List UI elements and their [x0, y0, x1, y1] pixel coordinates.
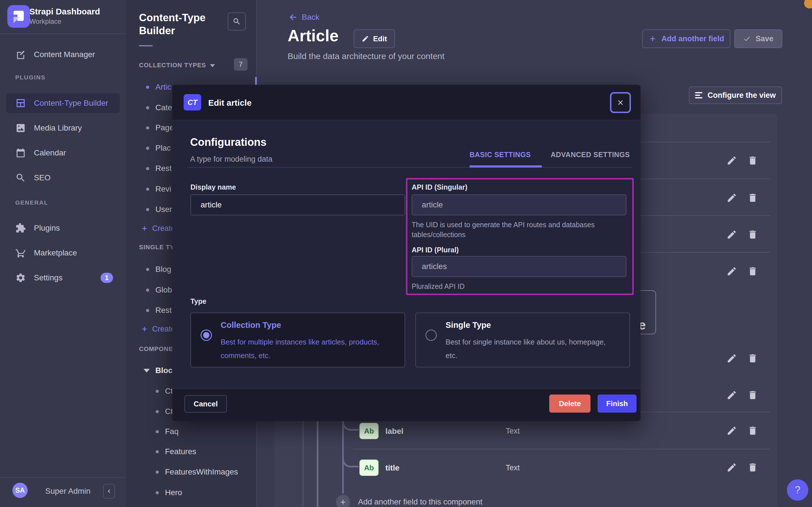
collection-type-card[interactable]: Collection Type Best for multiple instan…: [190, 313, 405, 368]
edit-button[interactable]: Edit: [354, 30, 395, 48]
help-button[interactable]: ?: [787, 479, 808, 501]
edit-field-button[interactable]: [726, 389, 737, 401]
configurations-heading: Configurations: [190, 136, 266, 148]
bullet-icon: [146, 86, 149, 89]
pencil-icon: [727, 353, 737, 364]
field-type: Text: [506, 463, 520, 472]
edit-field-button[interactable]: [726, 462, 737, 473]
back-link[interactable]: Back: [288, 12, 319, 22]
sidebar-item-seo[interactable]: SEO: [0, 168, 126, 188]
finish-button[interactable]: Finish: [598, 395, 636, 413]
strapi-logo[interactable]: [7, 5, 30, 28]
bullet-icon: [146, 289, 149, 292]
configure-view-button[interactable]: Configure the view: [689, 87, 782, 104]
collection-type-title: Collection Type: [221, 321, 281, 330]
bullet-icon: [156, 410, 159, 413]
workspace-subtitle: Workplace: [29, 17, 61, 25]
search-icon: [15, 172, 26, 183]
tab-advanced-settings[interactable]: ADVANCED SETTINGS: [551, 151, 630, 159]
edit-field-button[interactable]: [726, 353, 737, 364]
api-id-singular-help: The UID is used to generate the API rout…: [412, 220, 618, 240]
trash-icon: [747, 462, 758, 473]
row-actions: [726, 266, 758, 277]
row-actions: [726, 462, 758, 473]
single-types-header[interactable]: SINGLE TY: [139, 244, 174, 251]
single-type-card[interactable]: Single Type Best for single instance lik…: [415, 313, 630, 368]
pencil-icon: [727, 462, 737, 473]
page-subtitle: Build the data architecture of your cont…: [288, 51, 444, 61]
delete-field-button[interactable]: [747, 192, 758, 204]
main-sidebar: Strapi Dashboard Workplace Content Manag…: [0, 0, 126, 507]
sidebar-item-plugins[interactable]: Plugins: [0, 218, 126, 238]
delete-field-button[interactable]: [747, 389, 758, 401]
sidebar-item-content-manager[interactable]: Content Manager: [0, 45, 126, 64]
sidebar-section-plugins: PLUGINS: [15, 74, 46, 81]
edit-field-button[interactable]: [726, 425, 737, 436]
add-component-field-label[interactable]: Add another field to this component: [358, 497, 483, 506]
bullet-icon: [156, 450, 159, 453]
search-button[interactable]: [228, 12, 246, 31]
collection-type-description: Best for multiple instances like article…: [221, 335, 384, 362]
compose-icon: [15, 49, 26, 60]
bullet-icon: [146, 188, 149, 191]
field-name: title: [385, 463, 399, 472]
bullet-icon: [156, 430, 159, 433]
edit-field-button[interactable]: [726, 155, 737, 166]
check-icon: [743, 35, 751, 43]
trash-icon: [747, 192, 758, 203]
field-name: label: [385, 427, 403, 436]
delete-button[interactable]: Delete: [549, 395, 590, 413]
component-item[interactable]: Hero: [126, 483, 257, 503]
tab-basic-settings[interactable]: BASIC SETTINGS: [470, 151, 531, 159]
sidebar-item-settings[interactable]: Settings 1: [0, 268, 126, 288]
sidebar-item-media-library[interactable]: Media Library: [0, 118, 126, 138]
api-id-plural-help: Pluralized API ID: [412, 281, 465, 291]
add-component-field-button[interactable]: +: [336, 495, 350, 507]
delete-field-button[interactable]: [747, 155, 758, 166]
settings-notification-badge: 1: [101, 273, 113, 283]
components-header[interactable]: COMPONE: [139, 345, 173, 353]
sidebar-item-calendar[interactable]: Calendar: [0, 143, 126, 163]
api-id-singular-input[interactable]: [412, 194, 626, 215]
add-another-field-button[interactable]: Add another field: [642, 30, 730, 48]
chevron-down-icon: [210, 64, 215, 67]
modal-title: Edit article: [208, 98, 251, 108]
puzzle-icon: [15, 223, 26, 233]
bullet-icon: [146, 309, 149, 312]
radio-unselected-icon[interactable]: [426, 330, 437, 341]
edit-field-button[interactable]: [726, 266, 737, 277]
pencil-icon: [727, 266, 737, 277]
row-actions: [726, 192, 758, 204]
field-type: Text: [506, 427, 520, 436]
collapse-sidebar-button[interactable]: [103, 484, 115, 499]
delete-field-button[interactable]: [747, 353, 758, 364]
save-button[interactable]: Save: [734, 30, 782, 48]
chevron-left-icon: [105, 488, 113, 495]
row-actions: [726, 353, 758, 364]
delete-field-button[interactable]: [747, 425, 758, 436]
bullet-icon: [156, 390, 159, 393]
component-item[interactable]: FeaturesWithImages: [126, 462, 257, 482]
modal-footer: Cancel Delete Finish: [172, 388, 640, 421]
delete-field-button[interactable]: [747, 266, 758, 277]
avatar[interactable]: SA: [12, 483, 28, 498]
sidebar-item-content-type-builder[interactable]: Content-Type Builder: [6, 93, 120, 113]
edit-field-button[interactable]: [726, 192, 737, 204]
sidebar-item-marketplace[interactable]: Marketplace: [0, 243, 126, 263]
bullet-icon: [156, 470, 159, 474]
component-item[interactable]: Features: [126, 441, 257, 462]
delete-field-button[interactable]: [747, 462, 758, 473]
close-button[interactable]: [611, 93, 630, 112]
bullet-icon: [146, 126, 149, 129]
component-item[interactable]: Faq: [126, 421, 257, 442]
display-name-input[interactable]: [190, 194, 405, 215]
collection-types-header[interactable]: COLLECTION TYPES: [139, 62, 215, 69]
recording-indicator-dot: [804, 0, 812, 8]
cancel-button[interactable]: Cancel: [185, 395, 227, 413]
edit-field-button[interactable]: [726, 229, 737, 240]
calendar-icon: [15, 148, 26, 158]
trash-icon: [747, 266, 758, 277]
api-id-plural-input[interactable]: [412, 256, 626, 277]
delete-field-button[interactable]: [747, 229, 758, 240]
radio-selected-icon[interactable]: [201, 330, 212, 341]
